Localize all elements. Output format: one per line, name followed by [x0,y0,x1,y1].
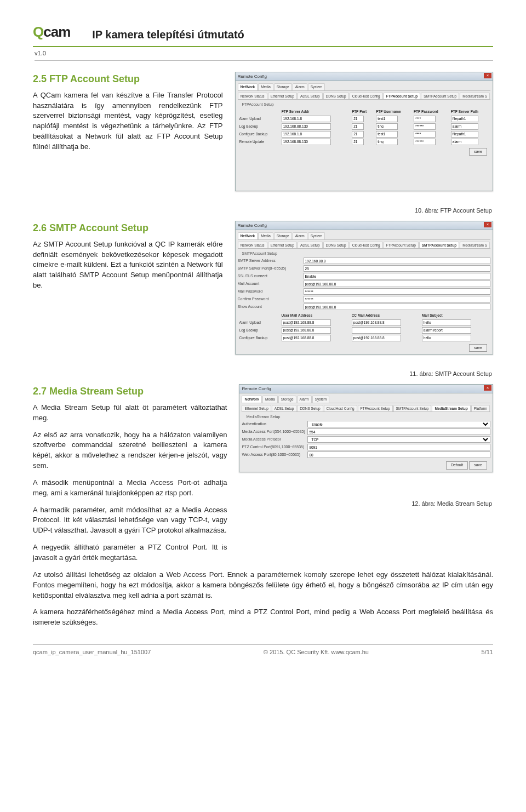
table-row: Log Backup [238,123,490,130]
body-2-5: A QCam kamera fel van készítve a File Tr… [33,90,223,152]
subtab[interactable]: MediaStream S [460,93,490,99]
window-title: Remote Config× [236,72,493,82]
subtab-ftp[interactable]: FTPAccount Setup [384,93,421,99]
heading-2-5: 2.5 FTP Account Setup [33,72,223,86]
ftp-pass-input[interactable] [414,116,436,122]
body-2-6: Az SMTP Account Setup funkcióval a QC IP… [33,239,223,291]
default-button[interactable]: Default [446,461,468,469]
heading-2-7: 2.7 Media Stream Setup [33,384,227,398]
tab-media[interactable]: Media [258,83,273,90]
page-header: Qcam IP kamera telepítési útmutató [33,22,493,47]
confirm-pass-input[interactable] [304,296,490,302]
mail-pass-input[interactable] [304,288,490,295]
smtp-port-input[interactable] [304,265,490,272]
save-button[interactable]: save [469,461,487,469]
ftp-table: FTP Server AddrFTP PortFTP UsernameFTP P… [238,108,490,145]
close-icon[interactable]: × [484,385,491,391]
show-account-input[interactable] [304,304,490,310]
page-footer: qcam_ip_camera_user_manual_hu_151007 © 2… [33,644,493,657]
subtab[interactable]: DDNS Setup [323,93,349,99]
caption-11: 11. ábra: SMTP Account Setup [33,370,492,379]
web-port-input[interactable] [307,451,490,458]
body-2-7-p2: Az első az arra vonatkozik, hogy ha a há… [33,430,227,471]
mail-account-input[interactable] [304,281,490,287]
tab-storage[interactable]: Storage [274,83,292,90]
table-row: Configure Backup [238,130,490,138]
close-icon[interactable]: × [484,73,491,78]
save-button[interactable]: save [469,148,487,156]
screenshot-smtp: Remote Config× NetWork Media Storage Ala… [235,221,493,354]
subtab[interactable]: Network Status [238,93,267,99]
logo-q: Q [33,24,43,40]
tab-network[interactable]: NetWork [238,83,258,90]
tab-alarm[interactable]: Alarm [293,83,307,90]
ftp-path-input[interactable] [451,116,478,122]
table-row: Remote Update [238,138,490,146]
smtp-server-input[interactable] [304,258,490,264]
main-tabs: NetWork Media Storage Alarm System [238,83,490,90]
table-row: Alarm Upload [238,115,490,123]
logo-suffix: cam [43,24,70,40]
body-2-7-p4: A harmadik paraméter, amit módosíthat az… [33,505,227,536]
save-button[interactable]: save [469,344,487,352]
footer-left: qcam_ip_camera_user_manual_hu_151007 [33,648,151,657]
screenshot-ftp: Remote Config× NetWork Media Storage Ala… [235,72,493,191]
ssl-select[interactable] [304,273,490,279]
subtab[interactable]: SMTPAccount Setup [421,93,459,99]
subtab[interactable]: ADSL Setup [298,93,323,99]
footer-mid: © 2015. QC Security Kft. www.qcam.hu [264,648,369,657]
body-2-7-p1: A Media Stream Setup fül alatt öt paramé… [33,403,227,424]
subtab[interactable]: Ethernet Setup [268,93,297,99]
ftp-port-input[interactable] [352,116,364,122]
subtab[interactable]: CloudHost Config [350,93,383,99]
footer-right: 5/11 [482,648,493,657]
close-icon[interactable]: × [484,222,491,227]
media-port-input[interactable] [307,428,490,435]
body-2-7-p3: A második menüpontnál a Media Access Por… [33,478,227,499]
ftp-server-input[interactable] [282,123,331,130]
ftp-server-input[interactable] [282,116,331,122]
auth-select[interactable]: Enable [307,421,490,427]
version: v1.0 [35,49,493,61]
screenshot-media: Remote Config× NetWork Media Storage Ala… [239,384,493,472]
caption-12: 12. ábra: Media Stream Setup [239,500,492,508]
logo: Qcam [33,22,70,43]
ftp-user-input[interactable] [376,116,398,122]
body-2-7-p7: A kamera hozzáférhetőségéhez mind a Medi… [33,607,493,628]
protocol-select[interactable]: TCP [307,436,490,443]
body-2-7-p5: A negyedik állítható paraméter a PTZ Con… [33,542,227,563]
page-title: IP kamera telepítési útmutató [92,27,244,43]
ptz-port-input[interactable] [307,444,490,450]
caption-10: 10. ábra: FTP Account Setup [33,207,492,215]
tab-system[interactable]: System [308,83,325,90]
body-2-7-p6: Az utolsó állítási lehetőség az oldalon … [33,570,493,601]
heading-2-6: 2.6 SMTP Account Setup [33,221,223,235]
panel-label: FTPAccount Setup [242,102,490,107]
